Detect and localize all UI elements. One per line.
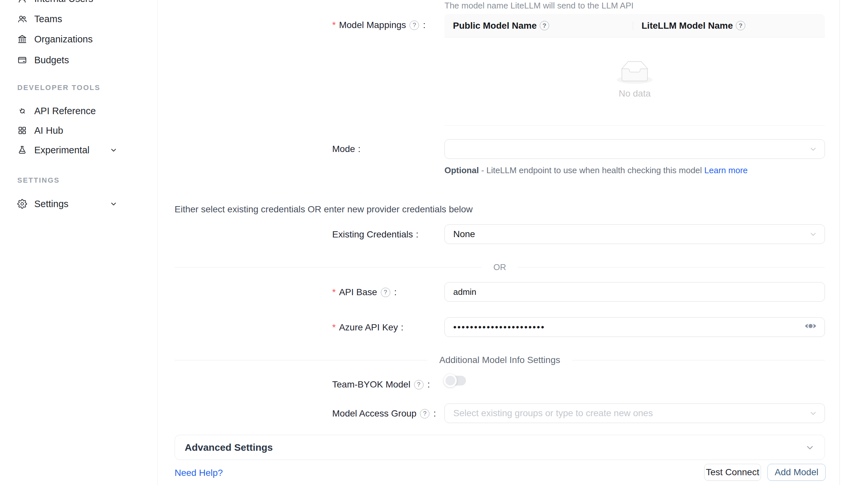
sidebar-item-label: Settings bbox=[34, 199, 68, 209]
chevron-down-icon bbox=[110, 200, 118, 208]
model-access-group-select[interactable]: Select existing groups or type to create… bbox=[444, 403, 825, 423]
chevron-down-icon bbox=[809, 230, 817, 238]
table-header-row: Public Model Name ? LiteLLM Model Name ? bbox=[444, 14, 825, 37]
existing-credentials-select[interactable]: None bbox=[444, 224, 825, 244]
existing-credentials-label: Existing Credentials : bbox=[332, 229, 418, 240]
sidebar-item-label: Internal Users bbox=[34, 0, 93, 4]
chevron-down-icon bbox=[110, 146, 118, 154]
azure-api-key-label: * Azure API Key : bbox=[332, 322, 403, 333]
divider-text: Additional Model Info Settings bbox=[439, 355, 560, 365]
flask-icon bbox=[17, 145, 27, 155]
sidebar: Internal Users Teams Organizations Budge… bbox=[0, 0, 158, 485]
sidebar-item-label: Experimental bbox=[34, 145, 89, 156]
selected-value: None bbox=[453, 229, 475, 239]
api-base-value: admin bbox=[453, 287, 476, 297]
team-byok-toggle[interactable] bbox=[444, 376, 466, 386]
chevron-down-icon bbox=[809, 409, 817, 418]
api-base-input[interactable]: admin bbox=[444, 282, 825, 302]
column-header-litellm-model-name: LiteLLM Model Name ? bbox=[633, 14, 825, 37]
add-model-button[interactable]: Add Model bbox=[768, 464, 826, 481]
sidebar-item-label: Budgets bbox=[34, 55, 69, 66]
advanced-settings-panel[interactable]: Advanced Settings bbox=[175, 435, 825, 460]
gear-icon bbox=[17, 199, 27, 209]
help-icon[interactable]: ? bbox=[381, 288, 390, 297]
or-text: OR bbox=[493, 262, 506, 272]
or-divider: OR bbox=[175, 262, 825, 272]
help-icon[interactable]: ? bbox=[409, 21, 419, 30]
content-right-divider bbox=[839, 0, 840, 485]
sidebar-item-label: Teams bbox=[34, 14, 62, 25]
masked-password: •••••••••••••••••••••• bbox=[453, 317, 545, 337]
mode-help-text: Optional - LiteLLM endpoint to use when … bbox=[444, 163, 830, 177]
mode-label: Mode : bbox=[332, 144, 361, 154]
model-mappings-table: Public Model Name ? LiteLLM Model Name ? bbox=[444, 14, 825, 126]
learn-more-link[interactable]: Learn more bbox=[704, 165, 748, 175]
sidebar-item-label: AI Hub bbox=[34, 125, 63, 136]
grid-icon bbox=[17, 126, 27, 135]
sidebar-item-label: API Reference bbox=[34, 106, 96, 117]
test-connect-button[interactable]: Test Connect bbox=[704, 464, 761, 481]
sidebar-item-label: Organizations bbox=[34, 34, 93, 45]
advanced-settings-title: Advanced Settings bbox=[185, 442, 273, 453]
azure-api-key-input[interactable]: •••••••••••••••••••••• bbox=[444, 317, 825, 337]
no-data-text: No data bbox=[619, 88, 651, 99]
help-icon[interactable]: ? bbox=[736, 21, 745, 30]
sidebar-section-settings: SETTINGS bbox=[17, 176, 60, 185]
required-asterisk: * bbox=[332, 322, 336, 333]
credit-card-icon bbox=[17, 55, 27, 65]
sidebar-item-internal-users[interactable]: Internal Users bbox=[0, 0, 158, 9]
additional-settings-divider: Additional Model Info Settings bbox=[175, 355, 825, 365]
model-access-group-label: Model Access Group ? : bbox=[332, 408, 436, 419]
sidebar-item-ai-hub[interactable]: AI Hub bbox=[0, 120, 158, 140]
eye-icon[interactable] bbox=[804, 321, 817, 333]
add-model-page: Internal Users Teams Organizations Budge… bbox=[0, 0, 868, 485]
required-asterisk: * bbox=[332, 20, 336, 30]
chevron-down-icon bbox=[809, 145, 817, 153]
toggle-knob bbox=[444, 374, 457, 387]
table-empty-state: No data bbox=[444, 37, 825, 126]
team-byok-label: Team-BYOK Model ? : bbox=[332, 379, 430, 390]
plug-icon bbox=[17, 106, 27, 116]
model-mappings-label: * Model Mappings ? : bbox=[332, 20, 426, 30]
sidebar-item-budgets[interactable]: Budgets bbox=[0, 50, 158, 70]
add-model-form: The model name LiteLLM will send to the … bbox=[158, 0, 868, 485]
help-icon[interactable]: ? bbox=[540, 21, 549, 30]
required-asterisk: * bbox=[332, 287, 336, 297]
user-icon bbox=[17, 0, 27, 4]
credentials-note: Either select existing credentials OR en… bbox=[175, 204, 473, 215]
sidebar-item-settings[interactable]: Settings bbox=[0, 194, 158, 214]
sidebar-item-api-reference[interactable]: API Reference bbox=[0, 101, 158, 121]
empty-box-icon bbox=[617, 61, 653, 84]
sidebar-item-experimental[interactable]: Experimental bbox=[0, 140, 158, 160]
sidebar-item-teams[interactable]: Teams bbox=[0, 9, 158, 29]
users-icon bbox=[17, 14, 27, 24]
sidebar-item-organizations[interactable]: Organizations bbox=[0, 29, 158, 49]
mode-select[interactable] bbox=[444, 139, 825, 159]
chevron-down-icon bbox=[805, 443, 815, 452]
select-placeholder: Select existing groups or type to create… bbox=[453, 408, 653, 418]
sidebar-section-developer-tools: DEVELOPER TOOLS bbox=[17, 84, 100, 92]
column-header-public-model-name: Public Model Name ? bbox=[444, 14, 633, 37]
help-icon[interactable]: ? bbox=[414, 380, 424, 389]
need-help-link[interactable]: Need Help? bbox=[175, 468, 223, 478]
api-base-label: * API Base ? : bbox=[332, 287, 397, 297]
litellm-model-name-help: The model name LiteLLM will send to the … bbox=[444, 1, 634, 11]
help-icon[interactable]: ? bbox=[420, 409, 429, 418]
bank-icon bbox=[17, 34, 27, 44]
